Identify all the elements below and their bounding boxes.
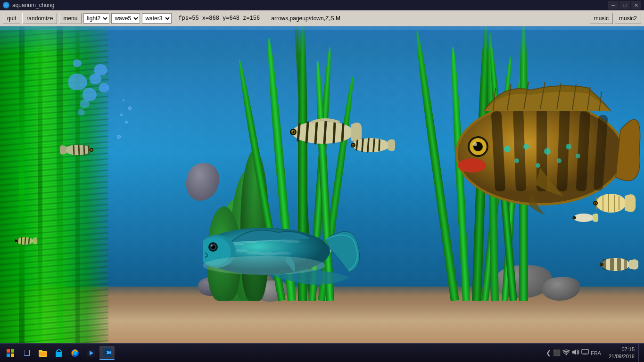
water-select[interactable]: water3 water1 water2 water4 [142, 13, 172, 24]
svg-line-69 [342, 124, 343, 140]
svg-line-95 [17, 238, 18, 244]
maximize-button[interactable]: □ [619, 1, 630, 9]
bubble [125, 121, 128, 123]
fish-stripe-bottom-right [597, 254, 639, 277]
window-title: aquarium_chung [12, 2, 608, 8]
rock-center [186, 163, 219, 201]
svg-point-28 [458, 158, 486, 173]
light-select[interactable]: light2 light1 light3 [83, 13, 109, 24]
media-player-icon[interactable] [83, 346, 99, 360]
clock-area[interactable]: 07:15 21/09/2016 [605, 346, 638, 360]
toolbar: quit randomize menu light2 light1 light3… [0, 10, 644, 26]
file-explorer-icon[interactable] [35, 346, 50, 360]
svg-line-75 [356, 140, 357, 150]
bubble-blob [73, 59, 82, 67]
svg-point-11 [536, 163, 540, 168]
app-icon [3, 2, 9, 8]
svg-marker-119 [572, 349, 576, 355]
bubble [120, 114, 123, 116]
taskbar-running-icon: ⬛ [553, 349, 561, 356]
bubble-blob [83, 88, 97, 101]
task-view-icon[interactable]: ❑ [19, 346, 34, 360]
svg-line-97 [25, 238, 25, 244]
fish-zebra-2 [349, 135, 396, 158]
bubble [128, 107, 132, 110]
taskbar: ❑ ❮ [0, 343, 644, 362]
volume-icon[interactable] [572, 349, 579, 357]
svg-rect-120 [582, 349, 588, 354]
svg-rect-110 [39, 352, 47, 356]
svg-line-76 [362, 139, 363, 151]
close-button[interactable]: ✕ [631, 1, 641, 9]
bubble-blob [94, 64, 107, 75]
svg-point-14 [566, 144, 571, 149]
svg-point-8 [504, 146, 511, 152]
svg-point-12 [544, 148, 551, 155]
svg-line-88 [89, 146, 89, 154]
store-icon[interactable] [51, 346, 66, 360]
firefox-icon[interactable] [67, 346, 83, 360]
svg-point-15 [576, 154, 580, 158]
bubble-blob [68, 74, 87, 90]
svg-rect-50 [617, 258, 621, 271]
music2-button[interactable]: music2 [615, 13, 641, 24]
start-button[interactable] [2, 346, 19, 360]
svg-point-10 [523, 144, 529, 149]
bubble-blob [80, 99, 90, 108]
svg-point-63 [292, 121, 354, 144]
bubble [123, 99, 124, 101]
svg-line-65 [306, 123, 308, 142]
svg-line-68 [334, 123, 335, 142]
music-button[interactable]: music [590, 13, 613, 24]
svg-point-27 [473, 142, 477, 146]
svg-point-13 [557, 158, 561, 163]
fish-mid-left [14, 234, 38, 250]
svg-point-87 [65, 145, 91, 155]
fish-large-cichlid [446, 74, 644, 224]
svg-line-64 [298, 124, 299, 140]
svg-line-91 [74, 146, 74, 154]
window-controls: ─ □ ✕ [608, 1, 641, 9]
clock-time: 07:15 [621, 346, 635, 353]
minimize-button[interactable]: ─ [608, 1, 619, 9]
network-icon[interactable] [562, 349, 570, 357]
svg-line-79 [379, 140, 380, 150]
show-desktop-button[interactable] [638, 344, 642, 362]
svg-rect-104 [7, 349, 10, 353]
svg-point-62 [203, 256, 325, 275]
svg-point-118 [106, 352, 107, 353]
svg-point-82 [353, 145, 354, 146]
randomize-button[interactable]: randomize [22, 13, 57, 24]
svg-line-89 [84, 145, 84, 155]
svg-line-78 [373, 139, 374, 151]
svg-point-9 [514, 158, 519, 163]
svg-line-96 [21, 238, 22, 244]
svg-rect-51 [624, 259, 627, 270]
svg-rect-105 [11, 349, 14, 353]
aquarium-viewport[interactable] [0, 26, 644, 343]
bubble [117, 135, 121, 139]
svg-rect-49 [610, 258, 614, 271]
svg-line-66 [315, 122, 317, 143]
svg-point-73 [292, 131, 293, 132]
chevron-icon[interactable]: ❮ [546, 349, 551, 356]
svg-point-54 [601, 264, 602, 265]
quit-button[interactable]: quit [3, 13, 20, 24]
system-tray: ❮ ⬛ FRA [542, 349, 605, 357]
keyboard-hint: arrows,pageup/down,Z,S,M [271, 15, 340, 22]
bubble-blob [99, 83, 109, 92]
fish-betta [203, 211, 363, 287]
menu-button[interactable]: menu [59, 13, 82, 24]
language-indicator[interactable]: FRA [591, 350, 601, 356]
svg-rect-106 [7, 354, 10, 357]
fps-status: fps=55 x=868 y=648 z=156 [178, 15, 260, 22]
title-bar: aquarium_chung ─ □ ✕ [0, 0, 644, 10]
bubble-blob [78, 109, 85, 115]
aquarium-taskbar-icon[interactable] [99, 346, 115, 360]
svg-line-77 [368, 139, 369, 152]
wave-select[interactable]: wave5 wave1 wave2 wave3 wave4 [111, 13, 140, 24]
svg-rect-111 [56, 352, 62, 357]
message-icon[interactable] [581, 349, 589, 357]
svg-point-113 [73, 351, 77, 355]
svg-line-98 [29, 238, 29, 244]
